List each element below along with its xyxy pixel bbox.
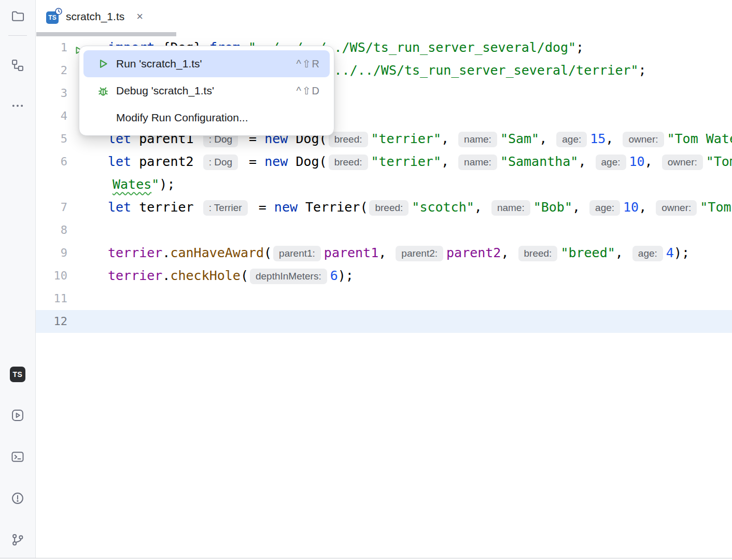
code-token: "Tom: [700, 200, 731, 215]
scratch-clock-badge-icon: [55, 8, 62, 15]
version-control-tool-button[interactable]: [7, 530, 28, 551]
code-token: "Tom: [706, 154, 732, 169]
code-token: parent1: [324, 245, 378, 260]
tab-scratch-file[interactable]: TS scratch_1.ts ×: [43, 5, 146, 29]
tool-window-bar: TS: [0, 0, 36, 560]
code-token: terrier: [108, 245, 162, 260]
inlay-hint: owner:: [623, 132, 664, 147]
code-line[interactable]: 11: [36, 287, 732, 310]
terminal-icon: [10, 450, 25, 466]
code-line[interactable]: 6let parent2 : Dog = new Dog(breed:"terr…: [36, 150, 732, 173]
window-bottom-border: [0, 558, 732, 560]
code-token: "terrier": [371, 131, 441, 146]
code-token: let: [108, 200, 131, 215]
gutter[interactable]: 10: [36, 264, 108, 287]
code-token: ,: [578, 154, 594, 169]
inlay-hint: : Dog: [203, 155, 238, 170]
code-token: Dog(: [288, 154, 327, 169]
line-number[interactable]: 2: [61, 59, 67, 82]
menu-item-modify-run-config[interactable]: Modify Run Configuration...: [83, 104, 330, 131]
line-number[interactable]: 12: [54, 310, 68, 333]
run-tool-button[interactable]: [7, 405, 28, 426]
problems-icon: [10, 491, 25, 507]
structure-tool-button[interactable]: [7, 55, 28, 76]
code-token: new: [274, 200, 298, 215]
typescript-tool-button[interactable]: TS: [7, 364, 28, 385]
inlay-hint: age:: [589, 200, 620, 216]
tool-window-bar-bottom: TS: [7, 364, 28, 551]
code-token: 10: [629, 154, 645, 169]
code-token: );: [338, 268, 354, 283]
code-token: ,: [441, 154, 457, 169]
inlay-hint: depthInMeters:: [250, 269, 327, 284]
gutter[interactable]: 8: [36, 219, 108, 242]
code-token: "breed": [560, 245, 615, 260]
code-token: ,: [378, 245, 394, 260]
terminal-tool-button[interactable]: [7, 447, 28, 468]
code-text[interactable]: terrier.canHaveAward(parent1:parent1, pa…: [108, 242, 732, 264]
code-token: ,: [639, 200, 654, 215]
inlay-hint: owner:: [656, 200, 697, 216]
gutter[interactable]: 12: [36, 310, 108, 333]
problems-tool-button[interactable]: [7, 488, 28, 509]
code-line[interactable]: 7let terrier : Terrier = new Terrier(bre…: [36, 196, 732, 219]
line-number[interactable]: 6: [61, 150, 67, 173]
close-tab-icon[interactable]: ×: [136, 11, 143, 22]
inlay-hint: breed:: [369, 200, 409, 216]
code-line[interactable]: 9terrier.canHaveAward(parent1:parent1, p…: [36, 242, 732, 264]
code-token: =: [241, 154, 264, 169]
inlay-hint: parent2:: [396, 246, 443, 261]
project-tool-button[interactable]: [7, 6, 28, 27]
gutter[interactable]: 9: [36, 242, 108, 264]
line-number[interactable]: 10: [54, 264, 68, 287]
run-icon: [97, 58, 109, 70]
inlay-hint: : Terrier: [203, 200, 248, 216]
line-number[interactable]: 9: [61, 242, 67, 264]
inlay-hint: age:: [556, 132, 587, 147]
code-text[interactable]: Wates");: [108, 173, 732, 196]
code-token: 10: [623, 200, 639, 215]
code-text[interactable]: let terrier : Terrier = new Terrier(bree…: [108, 196, 732, 219]
code-token: terrier: [131, 200, 201, 215]
code-line[interactable]: 10terrier.checkHole(depthInMeters:6);: [36, 264, 732, 287]
code-token: "Samantha": [500, 154, 579, 169]
code-token: ,: [645, 154, 660, 169]
menu-item-run[interactable]: Run 'scratch_1.ts' ^⇧R: [83, 50, 330, 77]
code-text[interactable]: terrier.checkHole(depthInMeters:6);: [108, 264, 732, 287]
line-number[interactable]: 11: [54, 287, 68, 310]
code-token: checkHole: [170, 268, 240, 283]
code-line[interactable]: 12: [36, 310, 732, 333]
code-token: (: [241, 268, 248, 283]
line-number[interactable]: 8: [61, 219, 67, 242]
code-text[interactable]: [108, 219, 732, 242]
code-token: ": [151, 177, 159, 192]
code-text[interactable]: let parent2 : Dog = new Dog(breed:"terri…: [108, 150, 732, 173]
code-token: ,: [539, 131, 555, 146]
menu-item-debug[interactable]: Debug 'scratch_1.ts' ^⇧D: [83, 77, 330, 104]
code-text[interactable]: [108, 310, 732, 333]
line-number[interactable]: 3: [61, 82, 67, 105]
line-number[interactable]: 7: [61, 196, 67, 219]
menu-item-label: Run 'scratch_1.ts': [116, 58, 202, 70]
line-number[interactable]: 5: [61, 128, 67, 150]
inlay-hint: name:: [458, 155, 497, 170]
code-token: new: [264, 154, 288, 169]
code-token: ,: [606, 131, 621, 146]
code-token: parent2: [131, 154, 201, 169]
inlay-hint: age:: [632, 246, 663, 261]
code-line[interactable]: 8: [36, 219, 732, 242]
line-number[interactable]: 4: [61, 105, 67, 128]
code-token: (: [264, 245, 272, 260]
line-number[interactable]: 1: [61, 36, 67, 59]
version-control-icon: [10, 533, 25, 549]
more-tools-button[interactable]: [7, 96, 28, 117]
gutter[interactable]: 6: [36, 150, 108, 173]
gutter[interactable]: [36, 173, 108, 196]
menu-item-icon-spacer: [97, 111, 109, 124]
gutter[interactable]: 11: [36, 287, 108, 310]
code-line[interactable]: Wates");: [36, 173, 732, 196]
menu-item-label: Debug 'scratch_1.ts': [116, 85, 214, 97]
inlay-hint: owner:: [662, 155, 703, 170]
gutter[interactable]: 7: [36, 196, 108, 219]
code-text[interactable]: [108, 287, 732, 310]
